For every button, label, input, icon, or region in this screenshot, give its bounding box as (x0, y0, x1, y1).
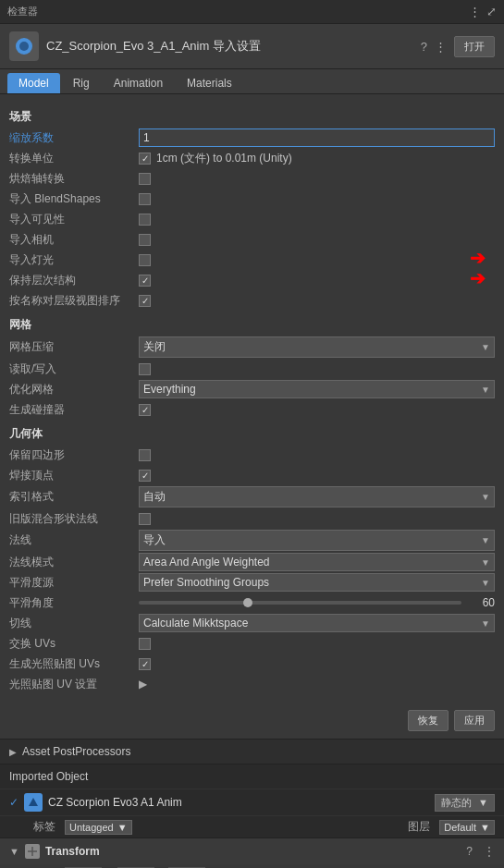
dropdown-smoothness-source[interactable]: Prefer Smoothing Groups ▼ (139, 573, 495, 592)
label-swap-uvs: 交换 UVs (9, 636, 139, 652)
row-weld-vertices: 焊接顶点 (9, 466, 495, 484)
dropdown-optimize-mesh[interactable]: Everything ▼ (139, 380, 495, 398)
dropdown-mesh-compression[interactable]: 关闭 ▼ (139, 336, 495, 358)
value-mesh-compression[interactable]: 关闭 ▼ (139, 336, 495, 358)
row-generate-lightmap-uvs: 生成光照贴图 UVs (9, 654, 495, 673)
menu-icon[interactable]: ⋮ (469, 5, 481, 18)
value-sort-by-name (139, 295, 495, 307)
label-weld-vertices: 焊接顶点 (9, 468, 139, 483)
transform-help-icon[interactable]: ? (466, 845, 473, 858)
layer-dropdown[interactable]: Default ▼ (439, 820, 495, 835)
cb-convert-units[interactable] (139, 153, 151, 165)
static-dropdown-arrow[interactable]: ▼ (478, 797, 488, 808)
label-smoothness-source: 平滑度源 (9, 575, 139, 591)
transform-collapse-icon[interactable]: ▼ (9, 846, 19, 857)
apply-button[interactable]: 应用 (454, 710, 495, 731)
imported-object-name: CZ Scorpion Evo3 A1 Anim (48, 796, 429, 809)
transform-header: ▼ Transform ? ⋮ (0, 837, 504, 864)
tag-label: 标签 (33, 819, 55, 835)
value-weld-vertices (139, 470, 495, 482)
cb-import-visibility[interactable] (139, 214, 151, 226)
help-icon[interactable]: ? (421, 40, 427, 54)
tab-rig[interactable]: Rig (62, 73, 101, 93)
transform-menu-icon[interactable]: ⋮ (484, 845, 495, 858)
label-normals: 法线 (9, 532, 139, 548)
dropdown-normals-mode[interactable]: Area And Angle Weighted ▼ (139, 553, 495, 571)
row-read-write: 读取/写入 (9, 360, 495, 378)
tab-animation[interactable]: Animation (103, 73, 174, 93)
cb-sort-by-name[interactable] (139, 295, 151, 307)
dropdown-normals-label: 导入 (143, 532, 481, 548)
label-smoothing-angle: 平滑角度 (9, 595, 139, 611)
cb-generate-lightmap-uvs[interactable] (139, 658, 151, 670)
dropdown-normals[interactable]: 导入 ▼ (139, 530, 495, 551)
revert-button[interactable]: 恢复 (408, 710, 449, 731)
label-bake-axis: 烘焙轴转换 (9, 171, 139, 187)
label-preserve-hierarchy: 保持层次结构 (9, 273, 139, 288)
cb-import-lights[interactable] (139, 254, 151, 266)
value-normals[interactable]: 导入 ▼ (139, 530, 495, 551)
label-convert-units: 转换单位 (9, 151, 139, 166)
label-legacy-blend-normals: 旧版混合形状法线 (9, 511, 139, 527)
top-bar-icons: ⋮ ⤢ (469, 5, 497, 18)
dropdown-tangents[interactable]: Calculate Mikktspace ▼ (139, 614, 495, 632)
tab-model[interactable]: Model (7, 73, 60, 93)
row-convert-units: 转换单位 1cm (文件) to 0.01m (Unity) (9, 149, 495, 167)
tag-dropdown[interactable]: Untagged ▼ (65, 820, 132, 835)
asset-icon (9, 31, 39, 61)
cb-read-write[interactable] (139, 363, 151, 375)
value-index-format[interactable]: 自动 ▼ (139, 486, 495, 507)
header: CZ_Scorpion_Evo 3_A1_Anim 导入设置 ? ⋮ 打开 (0, 24, 504, 69)
dropdown-normals-arrow: ▼ (481, 535, 490, 545)
row-import-visibility: 导入可见性 (9, 210, 495, 228)
dropdown-index-format[interactable]: 自动 ▼ (139, 486, 495, 507)
label-generate-lightmap-uvs: 生成光照贴图 UVs (9, 656, 139, 672)
dropdown-mesh-compression-arrow: ▼ (481, 342, 490, 352)
tab-materials[interactable]: Materials (176, 73, 243, 93)
static-label: 静态的 (441, 797, 472, 808)
transform-icon-svg (27, 846, 38, 857)
post-processors-collapse-icon: ▶ (9, 747, 17, 757)
section-mesh: 网格 (9, 317, 495, 333)
row-lightmap-uv-settings[interactable]: 光照贴图 UV 设置 ▶ (9, 675, 495, 693)
label-normals-mode: 法线模式 (9, 555, 139, 570)
imported-object-row: ✓ CZ Scorpion Evo3 A1 Anim 静态的 ▼ (0, 789, 504, 816)
asset-icon-svg (13, 35, 35, 57)
value-scale-factor[interactable] (139, 128, 495, 147)
open-button[interactable]: 打开 (454, 36, 495, 57)
value-optimize-mesh[interactable]: Everything ▼ (139, 380, 495, 398)
value-normals-mode[interactable]: Area And Angle Weighted ▼ (139, 553, 495, 571)
cb-import-cameras[interactable] (139, 234, 151, 246)
cb-bake-axis[interactable] (139, 173, 151, 185)
dropdown-normals-mode-arrow: ▼ (481, 557, 490, 568)
static-badge: 静态的 ▼ (435, 794, 495, 812)
cb-legacy-blend-normals[interactable] (139, 513, 151, 525)
header-menu-icon[interactable]: ⋮ (435, 40, 447, 54)
expand-icon[interactable]: ⤢ (486, 5, 497, 18)
row-import-blendshapes: 导入 BlendShapes (9, 189, 495, 208)
row-normals: 法线 导入 ▼ (9, 530, 495, 551)
asset-post-processors[interactable]: ▶ Asset PostProcessors (0, 739, 504, 764)
value-import-visibility (139, 214, 495, 226)
value-smoothing-angle: 60 (139, 596, 495, 609)
cb-generate-colliders[interactable] (139, 404, 151, 416)
cb-preserve-hierarchy[interactable] (139, 275, 151, 287)
cb-swap-uvs[interactable] (139, 638, 151, 650)
value-smoothness-source[interactable]: Prefer Smoothing Groups ▼ (139, 573, 495, 592)
row-tangents: 切线 Calculate Mikktspace ▼ (9, 614, 495, 632)
transform-icon (25, 844, 40, 859)
bottom-actions: 恢复 应用 (0, 703, 504, 739)
cb-keep-quads[interactable] (139, 449, 151, 461)
value-tangents[interactable]: Calculate Mikktspace ▼ (139, 614, 495, 632)
cb-weld-vertices[interactable] (139, 470, 151, 482)
row-swap-uvs: 交换 UVs (9, 634, 495, 653)
slider-smoothing-angle[interactable] (139, 601, 461, 605)
row-sort-by-name: 按名称对层级视图排序 (9, 291, 495, 310)
cb-import-blendshapes[interactable] (139, 193, 151, 205)
value-generate-lightmap-uvs (139, 658, 495, 670)
value-import-lights: ➔ (139, 254, 495, 266)
value-convert-units: 1cm (文件) to 0.01m (Unity) (139, 151, 495, 166)
tag-value: Untagged (69, 822, 114, 833)
label-sort-by-name: 按名称对层级视图排序 (9, 293, 139, 309)
input-scale-factor[interactable] (139, 128, 495, 147)
